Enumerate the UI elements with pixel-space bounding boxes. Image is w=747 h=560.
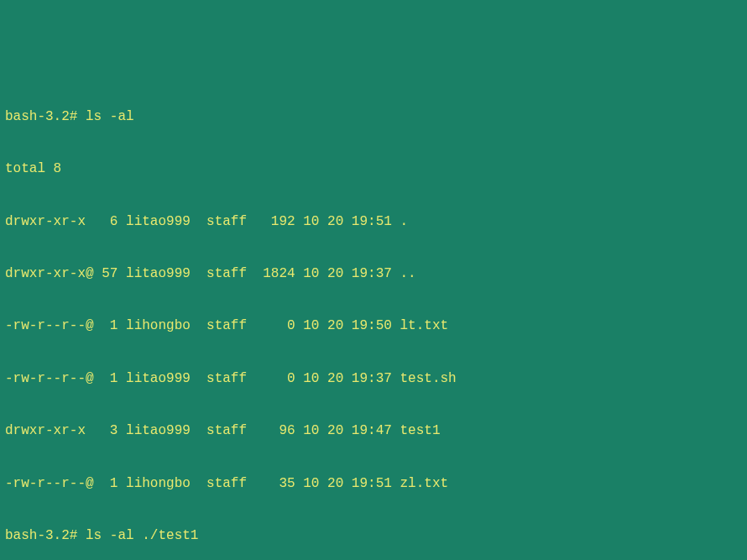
terminal-line: -rw-r--r--@ 1 lihongbo staff 35 10 20 19… bbox=[5, 475, 742, 493]
terminal-line: drwxr-xr-x@ 57 litao999 staff 1824 10 20… bbox=[5, 265, 742, 283]
terminal-line: bash-3.2# ls -al bbox=[5, 108, 742, 126]
terminal-line: -rw-r--r--@ 1 lihongbo staff 0 10 20 19:… bbox=[5, 317, 742, 335]
terminal-line: drwxr-xr-x 3 litao999 staff 96 10 20 19:… bbox=[5, 422, 742, 440]
terminal-line: drwxr-xr-x 6 litao999 staff 192 10 20 19… bbox=[5, 213, 742, 231]
terminal-line: -rw-r--r--@ 1 litao999 staff 0 10 20 19:… bbox=[5, 370, 742, 388]
terminal[interactable]: bash-3.2# ls -al total 8 drwxr-xr-x 6 li… bbox=[5, 73, 742, 560]
terminal-line: bash-3.2# ls -al ./test1 bbox=[5, 527, 742, 545]
terminal-line: total 8 bbox=[5, 160, 742, 178]
